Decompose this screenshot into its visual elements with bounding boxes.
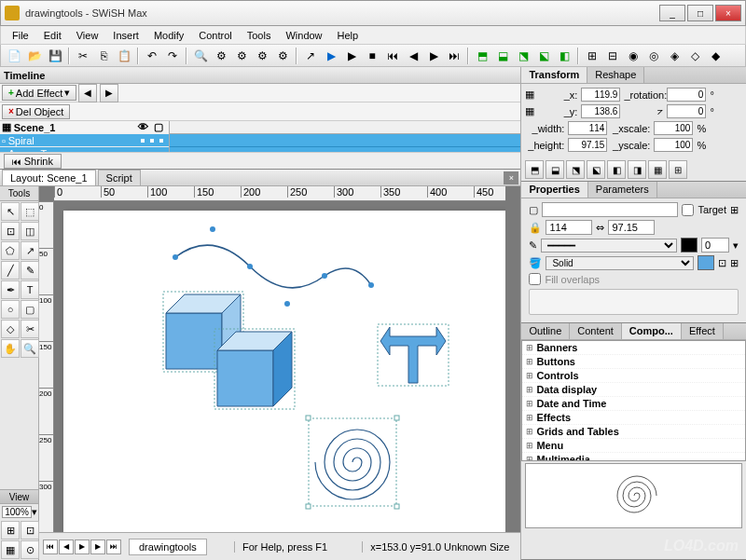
- export-icon[interactable]: ↗: [301, 47, 320, 65]
- stage[interactable]: [63, 211, 505, 532]
- align-icon[interactable]: ⬔: [566, 160, 585, 179]
- knife-tool-icon[interactable]: ✂: [21, 320, 39, 338]
- add-effect-button[interactable]: Add Effect▾: [2, 85, 76, 101]
- menu-modify[interactable]: Modify: [146, 28, 191, 43]
- stroke-color-swatch[interactable]: [681, 238, 698, 253]
- link-dims-icon[interactable]: ⇔: [596, 222, 604, 234]
- fill-transform-tool-icon[interactable]: ◫: [21, 222, 39, 240]
- forward-icon[interactable]: ⏭: [445, 47, 463, 65]
- snap-tool-icon[interactable]: ⊙: [21, 540, 39, 559]
- zoom-input[interactable]: [2, 506, 32, 518]
- anchor-grid-icon[interactable]: ▦: [525, 89, 534, 101]
- scroll-left-icon[interactable]: ◀: [78, 84, 97, 102]
- x-input[interactable]: [581, 88, 620, 102]
- xscale-input[interactable]: [654, 121, 693, 135]
- ungroup-icon[interactable]: ⊟: [603, 47, 622, 65]
- line-tool-icon[interactable]: ╱: [1, 261, 20, 280]
- y-input[interactable]: [581, 104, 620, 118]
- component-item[interactable]: Buttons: [522, 355, 745, 369]
- component-item[interactable]: Grids and Tables: [522, 425, 745, 439]
- menu-edit[interactable]: Edit: [36, 28, 69, 43]
- perspective-tool-icon[interactable]: ⬠: [1, 241, 20, 260]
- rectangle-tool-icon[interactable]: ▢: [21, 300, 39, 319]
- script-tab[interactable]: Script: [98, 170, 141, 185]
- close-tab-icon[interactable]: ×: [504, 171, 518, 184]
- content-tab[interactable]: Content: [570, 323, 622, 339]
- align-icon[interactable]: ⬒: [525, 160, 544, 179]
- menu-window[interactable]: Window: [278, 28, 329, 43]
- play-effect-icon[interactable]: ▶: [342, 47, 361, 65]
- paste-icon[interactable]: 📋: [115, 47, 133, 65]
- scroll-right-icon[interactable]: ▶: [100, 84, 118, 102]
- rewind-icon[interactable]: ⏮: [383, 47, 402, 65]
- zoom-dropdown-icon[interactable]: ▾: [32, 506, 37, 518]
- stroke-unit-icon[interactable]: ▾: [733, 239, 739, 252]
- components-tab[interactable]: Compo...: [622, 323, 682, 339]
- step-back-icon[interactable]: ◀: [404, 47, 422, 65]
- step-fwd-icon[interactable]: ▶: [90, 540, 105, 554]
- timeline-scene-row[interactable]: ▦ Scene_1 👁▢: [0, 121, 169, 134]
- shape-type-icon[interactable]: ▢: [529, 204, 538, 216]
- stop-icon[interactable]: ■: [363, 47, 381, 65]
- width-input[interactable]: [568, 121, 607, 135]
- convert-icon[interactable]: ◉: [624, 47, 642, 65]
- close-button[interactable]: ×: [715, 5, 741, 21]
- save-icon[interactable]: 💾: [46, 47, 64, 65]
- timeline-grid[interactable]: [170, 121, 520, 152]
- component-item[interactable]: Controls: [522, 369, 745, 383]
- step-back-icon[interactable]: ◀: [59, 540, 74, 554]
- zoom-fit-icon[interactable]: ⊡: [21, 521, 39, 540]
- select-tool-icon[interactable]: ↖: [1, 202, 20, 221]
- component-item[interactable]: Menu: [522, 439, 745, 453]
- group-icon[interactable]: ⊞: [583, 47, 601, 65]
- timeline-layer-row[interactable]: ▫ Spiral: [0, 134, 169, 147]
- goto-end-icon[interactable]: ⏭: [106, 540, 121, 554]
- height-input[interactable]: [568, 138, 607, 152]
- align-icon[interactable]: ⊞: [669, 160, 687, 179]
- redo-icon[interactable]: ↷: [163, 47, 182, 65]
- fill-more-icon[interactable]: ⊞: [730, 257, 739, 269]
- insert-button-icon[interactable]: ⬓: [493, 47, 512, 65]
- insert-icon[interactable]: ⬕: [534, 47, 553, 65]
- component-item[interactable]: Multimedia: [522, 453, 745, 461]
- cut-icon[interactable]: ✂: [74, 47, 92, 65]
- open-icon[interactable]: 📂: [25, 47, 44, 65]
- convert-icon[interactable]: ◎: [644, 47, 663, 65]
- tool-icon[interactable]: ⚙: [212, 47, 230, 65]
- fill-overlaps-checkbox[interactable]: [529, 273, 541, 285]
- align-icon[interactable]: ⬕: [587, 160, 605, 179]
- component-item[interactable]: Banners: [522, 341, 745, 355]
- menu-file[interactable]: File: [5, 28, 36, 43]
- effect-tab[interactable]: Effect: [682, 323, 724, 339]
- undo-icon[interactable]: ↶: [143, 47, 161, 65]
- convert-icon[interactable]: ◈: [665, 47, 684, 65]
- prop-width-input[interactable]: [546, 220, 592, 235]
- component-item[interactable]: Date and Time: [522, 397, 745, 411]
- lock-icon[interactable]: 🔒: [529, 222, 542, 234]
- insert-scene-icon[interactable]: ⬒: [473, 47, 491, 65]
- rotation-input[interactable]: [667, 88, 706, 102]
- menu-insert[interactable]: Insert: [105, 28, 146, 43]
- fit-tool-icon[interactable]: ⊞: [1, 521, 20, 540]
- timeline-tree[interactable]: ▦ Scene_1 👁▢ ▫ Spiral ▫ Arrow_T ▫ Shape …: [0, 121, 170, 152]
- stroke-width-input[interactable]: [701, 238, 729, 253]
- anchor-grid-icon[interactable]: ▦: [525, 105, 534, 117]
- copy-icon[interactable]: ⎘: [94, 47, 113, 65]
- convert-icon[interactable]: ◆: [706, 47, 725, 65]
- object-name-input[interactable]: [542, 202, 678, 217]
- parameters-tab[interactable]: Parameters: [588, 182, 657, 198]
- tool-icon[interactable]: ⚙: [273, 47, 292, 65]
- fill-style-select[interactable]: Solid: [546, 256, 694, 270]
- fill-color-swatch[interactable]: [698, 255, 714, 270]
- document-tab[interactable]: drawingtools: [129, 539, 207, 555]
- pen-tool-icon[interactable]: ✒: [1, 280, 20, 299]
- menu-help[interactable]: Help: [330, 28, 366, 43]
- goto-start-icon[interactable]: ⏮: [43, 540, 58, 554]
- align-icon[interactable]: ▦: [648, 160, 667, 179]
- menu-view[interactable]: View: [69, 28, 106, 43]
- component-item[interactable]: Effects: [522, 411, 745, 425]
- hand-tool-icon[interactable]: ✋: [1, 339, 20, 358]
- layout-tab[interactable]: Layout: Scene_1: [2, 170, 96, 185]
- align-icon[interactable]: ⬓: [546, 160, 564, 179]
- skew-input[interactable]: [667, 104, 706, 118]
